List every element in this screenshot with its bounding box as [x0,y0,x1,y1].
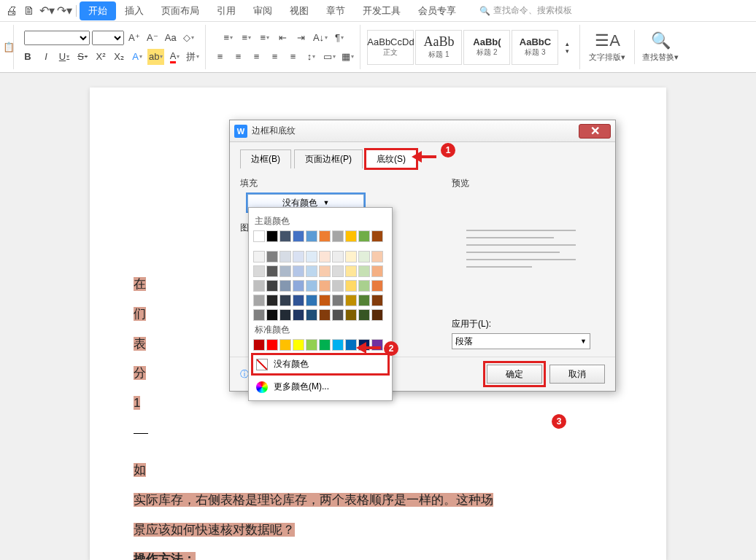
color-swatch[interactable] [306,309,317,321]
close-button[interactable]: ✕ [579,124,611,139]
align-right-icon[interactable]: ≡ [248,49,264,65]
color-swatch[interactable] [253,230,265,242]
tab-developer[interactable]: 开发工具 [354,1,409,20]
color-swatch[interactable] [345,295,357,306]
color-swatch[interactable] [279,309,291,321]
color-swatch[interactable] [332,251,344,262]
color-swatch[interactable] [319,230,331,242]
color-swatch[interactable] [332,309,344,321]
ok-button[interactable]: 确定 [487,365,542,384]
text-effect-icon[interactable]: A▾ [129,49,145,65]
color-swatch[interactable] [371,280,383,292]
color-swatch[interactable] [293,230,304,242]
font-family-select[interactable] [24,31,90,45]
color-swatch[interactable] [332,295,344,306]
color-swatch[interactable] [279,251,291,262]
color-swatch[interactable] [371,230,383,242]
color-swatch[interactable] [253,295,265,306]
style-heading1[interactable]: AaBb标题 1 [415,30,462,65]
redo-icon[interactable]: ↷▾ [56,3,72,19]
align-center-icon[interactable]: ≡ [230,49,246,65]
color-swatch[interactable] [332,230,344,242]
sort-icon[interactable]: A↓▾ [312,30,329,46]
color-swatch[interactable] [306,280,317,292]
style-normal[interactable]: AaBbCcDd正文 [367,30,414,65]
color-swatch[interactable] [358,265,370,277]
align-left-icon[interactable]: ≡ [212,49,228,65]
bold-icon[interactable]: B [20,49,36,65]
color-swatch[interactable] [371,309,383,321]
color-swatch[interactable] [371,265,383,277]
borders-icon[interactable]: ▦▾ [339,49,355,65]
color-swatch[interactable] [266,295,278,306]
tab-member[interactable]: 会员专享 [409,1,465,20]
color-swatch[interactable] [332,339,344,351]
tab-layout[interactable]: 页面布局 [153,1,208,20]
italic-icon[interactable]: I [38,49,54,65]
color-swatch[interactable] [293,265,304,277]
color-swatch[interactable] [293,280,304,292]
color-swatch[interactable] [279,280,291,292]
style-heading3[interactable]: AaBbC标题 3 [512,30,558,65]
no-color-option[interactable]: 没有颜色 [253,355,387,373]
phonetic-icon[interactable]: 拼▾ [185,49,201,65]
tab-chapter[interactable]: 章节 [317,1,354,20]
superscript-icon[interactable]: X² [93,49,109,65]
color-swatch[interactable] [253,309,265,321]
multilevel-icon[interactable]: ≡▾ [257,30,273,46]
shading-icon[interactable]: ▭▾ [321,49,337,65]
bullets-icon[interactable]: ≡▾ [220,30,236,46]
color-swatch[interactable] [371,251,383,262]
tab-review[interactable]: 审阅 [244,1,281,20]
color-swatch[interactable] [358,251,370,262]
color-swatch[interactable] [306,251,317,262]
color-swatch[interactable] [358,280,370,292]
strike-icon[interactable]: S▾ [74,49,90,65]
clipboard-icon[interactable]: 📋 [1,39,17,55]
distribute-icon[interactable]: ≡ [285,49,301,65]
color-swatch[interactable] [319,309,331,321]
styles-more-icon[interactable]: ▴▾ [559,39,575,55]
highlight-icon[interactable]: ab▾ [147,49,164,65]
color-swatch[interactable] [345,309,357,321]
color-swatch[interactable] [319,280,331,292]
show-marks-icon[interactable]: ¶▾ [331,30,347,46]
color-swatch[interactable] [358,309,370,321]
tab-view[interactable]: 视图 [281,1,317,20]
color-swatch[interactable] [253,265,265,277]
print-icon[interactable]: 🖨 [4,3,20,19]
command-search[interactable]: 🔍 查找命令、搜索模板 [479,4,572,17]
color-swatch[interactable] [253,339,265,351]
color-swatch[interactable] [319,251,331,262]
color-swatch[interactable] [306,230,317,242]
color-swatch[interactable] [306,265,317,277]
align-justify-icon[interactable]: ≡ [266,49,282,65]
color-swatch[interactable] [266,265,278,277]
cancel-button[interactable]: 取消 [549,365,605,384]
print-preview-icon[interactable]: 🗎 [21,3,37,19]
tab-start[interactable]: 开始 [80,1,116,20]
color-swatch[interactable] [279,265,291,277]
apply-to-select[interactable]: 段落 ▼ [452,333,590,349]
grow-font-icon[interactable]: A⁺ [126,30,142,46]
color-swatch[interactable] [319,265,331,277]
color-swatch[interactable] [293,295,304,306]
underline-icon[interactable]: U▾ [56,49,72,65]
color-swatch[interactable] [279,295,291,306]
find-replace-button[interactable]: 🔍 查找替换▾ [634,30,686,64]
color-swatch[interactable] [319,295,331,306]
color-swatch[interactable] [279,230,291,242]
undo-icon[interactable]: ↶▾ [39,3,55,19]
color-swatch[interactable] [306,339,317,351]
more-colors-option[interactable]: 更多颜色(M)... [253,378,387,396]
color-swatch[interactable] [358,230,370,242]
color-swatch[interactable] [319,339,331,351]
style-heading2[interactable]: AaBb(标题 2 [463,30,510,65]
tab-page-border[interactable]: 页面边框(P) [294,149,363,168]
color-swatch[interactable] [345,251,357,262]
color-swatch[interactable] [306,295,317,306]
color-swatch[interactable] [345,265,357,277]
color-swatch[interactable] [345,280,357,292]
numbering-icon[interactable]: ≡▾ [239,30,255,46]
color-swatch[interactable] [266,309,278,321]
